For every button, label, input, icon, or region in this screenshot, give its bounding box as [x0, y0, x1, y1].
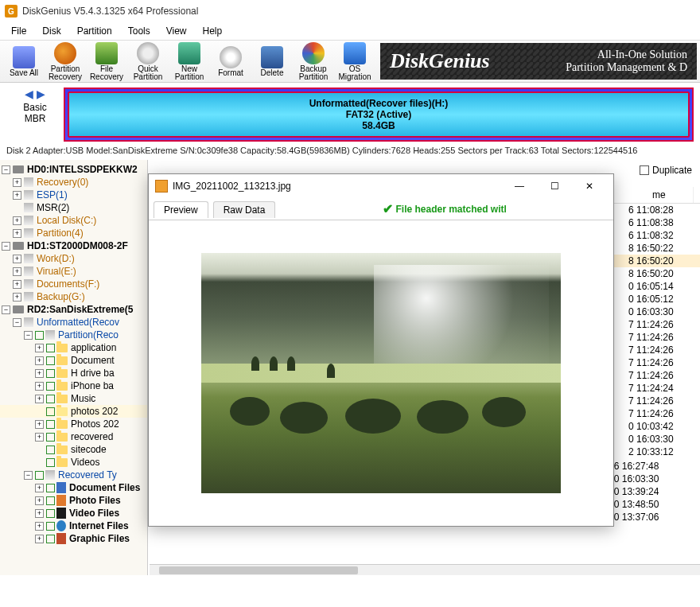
tree-folder[interactable]: Music — [71, 393, 95, 404]
tree-folder[interactable]: H drive ba — [71, 368, 115, 379]
checkbox-icon[interactable] — [35, 471, 44, 480]
checkbox-icon[interactable] — [46, 395, 55, 403]
tree-partition4[interactable]: Partition(4) — [37, 228, 84, 239]
checkbox-icon[interactable] — [46, 356, 55, 365]
tree-folder[interactable]: iPhone ba — [71, 380, 114, 391]
close-button[interactable]: ✕ — [572, 175, 607, 197]
checkbox-icon[interactable] — [46, 420, 55, 429]
tree-hd1[interactable]: HD1:ST2000DM008-2F — [27, 240, 128, 251]
tree-photo-files[interactable]: Photo Files — [69, 495, 121, 506]
tree-recovered-types[interactable]: Recovered Ty — [58, 469, 117, 481]
preview-title-bar[interactable]: IMG_20211002_113213.jpg — ☐ ✕ — [149, 174, 613, 198]
expand-icon[interactable]: + — [13, 267, 21, 276]
expand-icon[interactable]: + — [35, 369, 44, 378]
disk-tree[interactable]: −HD0:INTELSSDPEKKW2 +Recovery(0) +ESP(1)… — [0, 160, 148, 575]
expand-icon[interactable]: + — [35, 420, 44, 429]
expand-icon[interactable]: + — [13, 280, 21, 289]
expand-icon[interactable]: + — [13, 191, 21, 200]
checkbox-icon[interactable] — [46, 344, 55, 352]
partition-block[interactable]: Unformatted(Recover files)(H:) FAT32 (Ac… — [68, 91, 690, 138]
tree-esp[interactable]: ESP(1) — [37, 189, 68, 200]
menu-disk[interactable]: Disk — [36, 24, 67, 38]
checkbox-icon[interactable] — [46, 535, 55, 543]
tree-folder[interactable]: recovered — [71, 431, 113, 442]
tree-hd0[interactable]: HD0:INTELSSDPEKKW2 — [27, 164, 138, 175]
tree-work[interactable]: Work(D:) — [37, 253, 75, 264]
disk-prev-next[interactable]: ◀ ▶ — [6, 88, 64, 100]
collapse-icon[interactable]: − — [2, 305, 10, 314]
os-migration-button[interactable]: OS Migration — [334, 41, 375, 81]
collapse-icon[interactable]: − — [2, 165, 10, 174]
tree-folder[interactable]: Videos — [71, 457, 99, 468]
checkbox-icon[interactable] — [640, 165, 649, 175]
minimize-button[interactable]: — — [502, 175, 537, 197]
expand-icon[interactable]: + — [35, 535, 44, 543]
menu-help[interactable]: Help — [196, 24, 229, 38]
new-partition-button[interactable]: New Partition — [169, 41, 210, 81]
collapse-icon[interactable]: − — [2, 242, 10, 251]
tree-graphic-files[interactable]: Graphic Files — [69, 533, 130, 544]
tree-backup[interactable]: Backup(G:) — [37, 291, 85, 302]
tab-preview[interactable]: Preview — [154, 201, 208, 218]
checkbox-icon[interactable] — [46, 446, 55, 454]
checkbox-icon[interactable] — [46, 407, 55, 416]
backup-partition-button[interactable]: Backup Partition — [293, 41, 334, 81]
tree-documents[interactable]: Documents(F:) — [37, 278, 99, 290]
expand-icon[interactable]: + — [35, 484, 44, 492]
save-all-button[interactable]: Save All — [3, 41, 45, 81]
expand-icon[interactable]: + — [13, 229, 21, 238]
tree-folder[interactable]: application — [71, 342, 116, 353]
expand-icon[interactable]: + — [35, 344, 44, 352]
collapse-icon[interactable]: − — [24, 471, 33, 480]
expand-icon[interactable]: + — [13, 293, 21, 302]
tree-folder[interactable]: sitecode — [71, 444, 107, 455]
maximize-button[interactable]: ☐ — [537, 175, 572, 197]
tab-raw-data[interactable]: Raw Data — [213, 201, 276, 218]
col-time[interactable]: me — [649, 187, 694, 203]
duplicate-checkbox[interactable]: Duplicate — [640, 165, 692, 176]
checkbox-icon[interactable] — [46, 484, 55, 492]
format-button[interactable]: Format — [210, 41, 251, 81]
menu-tools[interactable]: Tools — [122, 24, 157, 38]
tree-unformatted[interactable]: Unformatted(Recov — [37, 317, 119, 328]
checkbox-icon[interactable] — [35, 331, 44, 340]
tree-folder-selected[interactable]: photos 202 — [71, 406, 118, 417]
disk-map[interactable]: Unformatted(Recover files)(H:) FAT32 (Ac… — [64, 88, 694, 142]
expand-icon[interactable]: + — [13, 255, 21, 263]
collapse-icon[interactable]: − — [24, 331, 33, 340]
menu-partition[interactable]: Partition — [71, 24, 119, 38]
checkbox-icon[interactable] — [46, 509, 55, 518]
tree-local-disk[interactable]: Local Disk(C:) — [37, 215, 96, 226]
expand-icon[interactable]: + — [35, 356, 44, 365]
tree-folder[interactable]: Photos 202 — [71, 418, 119, 430]
expand-icon[interactable]: + — [35, 522, 44, 531]
tree-folder[interactable]: Document — [71, 355, 115, 366]
file-recovery-button[interactable]: File Recovery — [86, 41, 127, 81]
expand-icon[interactable]: + — [13, 216, 21, 225]
checkbox-icon[interactable] — [46, 496, 55, 505]
tree-internet-files[interactable]: Internet Files — [69, 520, 129, 531]
scrollbar-thumb[interactable] — [159, 566, 358, 574]
checkbox-icon[interactable] — [46, 369, 55, 378]
checkbox-icon[interactable] — [46, 458, 55, 467]
checkbox-icon[interactable] — [46, 382, 55, 391]
menu-file[interactable]: File — [5, 24, 33, 38]
tree-rd2[interactable]: RD2:SanDiskExtreme(5 — [27, 304, 133, 315]
expand-icon[interactable]: + — [35, 509, 44, 518]
tree-msr[interactable]: MSR(2) — [37, 202, 69, 213]
horizontal-scrollbar[interactable] — [150, 564, 700, 575]
expand-icon[interactable]: + — [35, 496, 44, 505]
quick-partition-button[interactable]: Quick Partition — [127, 41, 169, 81]
collapse-icon[interactable]: − — [13, 318, 21, 327]
expand-icon[interactable]: + — [13, 178, 21, 187]
tree-document-files[interactable]: Document Files — [69, 482, 140, 493]
delete-button[interactable]: Delete — [251, 41, 293, 81]
tree-video-files[interactable]: Video Files — [69, 508, 119, 519]
checkbox-icon[interactable] — [46, 433, 55, 442]
expand-icon[interactable]: + — [35, 433, 44, 442]
tree-partition-recov[interactable]: Partition(Reco — [58, 329, 119, 340]
checkbox-icon[interactable] — [46, 522, 55, 531]
menu-view[interactable]: View — [160, 24, 193, 38]
expand-icon[interactable]: + — [35, 395, 44, 403]
expand-icon[interactable]: + — [35, 382, 44, 391]
